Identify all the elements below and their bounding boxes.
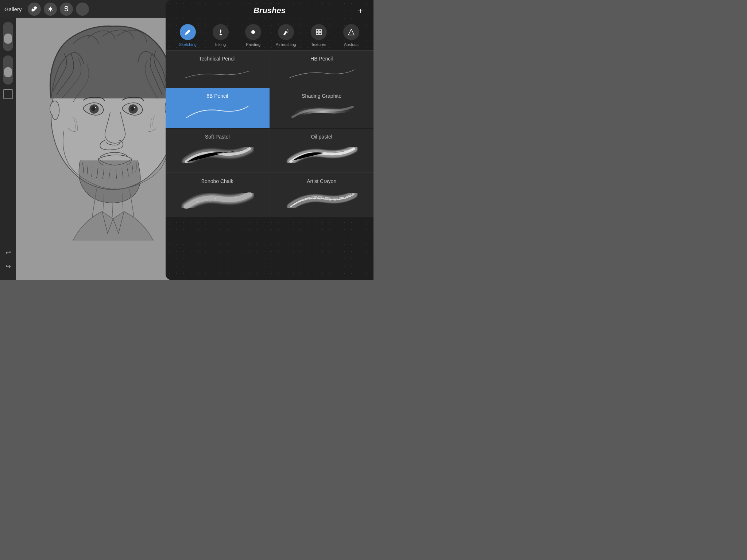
panel-title: Brushes — [253, 6, 286, 15]
svg-point-27 — [235, 197, 236, 198]
svg-point-24 — [206, 199, 207, 200]
sketching-tab-label: Sketching — [179, 42, 197, 47]
brush-oil-pastel-stroke — [276, 143, 368, 169]
svg-rect-19 — [316, 30, 318, 32]
tab-textures[interactable]: Textures — [302, 21, 335, 50]
tab-sketching[interactable]: Sketching — [171, 21, 204, 50]
svg-point-28 — [201, 203, 201, 204]
brush-soft-pastel-label: Soft Pastel — [171, 134, 263, 140]
svg-rect-21 — [316, 32, 318, 35]
svg-point-23 — [197, 201, 198, 202]
svg-point-26 — [224, 198, 225, 198]
svg-point-25 — [215, 198, 216, 199]
svg-point-31 — [229, 198, 231, 199]
brush-grid: Technical Pencil HB Pencil 6B Pencil — [166, 51, 374, 217]
svg-point-12 — [134, 107, 135, 108]
inking-tab-label: Inking — [215, 42, 226, 47]
size-slider[interactable] — [3, 55, 13, 85]
category-tabs: Sketching Inking Painting — [166, 18, 374, 51]
brush-technical-pencil-label: Technical Pencil — [171, 56, 263, 62]
brush-artist-crayon[interactable]: Artist Crayon — [270, 173, 374, 217]
magic-button[interactable] — [44, 3, 57, 16]
s-button[interactable] — [60, 3, 73, 16]
brush-bonobo-chalk-stroke — [171, 188, 263, 213]
svg-rect-20 — [319, 30, 321, 32]
tab-airbrushing[interactable]: Airbrushing — [270, 21, 302, 50]
brush-artist-crayon-label: Artist Crayon — [276, 178, 368, 184]
brush-hb-pencil[interactable]: HB Pencil — [270, 51, 374, 88]
brush-technical-pencil[interactable]: Technical Pencil — [166, 51, 270, 88]
panel-header: Brushes + — [166, 0, 374, 18]
svg-point-17 — [220, 34, 222, 35]
tab-abstract[interactable]: Abstract — [335, 21, 368, 50]
brush-hb-pencil-label: HB Pencil — [276, 56, 368, 62]
brush-oil-pastel-label: Oil pastel — [276, 134, 368, 140]
brush-soft-pastel-stroke — [171, 143, 263, 169]
svg-point-16 — [187, 31, 189, 33]
textures-tab-icon — [311, 24, 327, 40]
brushes-panel: Brushes + Sketching Inking — [166, 0, 374, 280]
brush-oil-pastel[interactable]: Oil pastel — [270, 129, 374, 173]
opacity-slider[interactable] — [3, 22, 13, 51]
arrow-button[interactable] — [76, 3, 89, 16]
add-brush-button[interactable]: + — [355, 5, 366, 17]
brush-hb-pencil-stroke — [276, 65, 368, 83]
tab-painting[interactable]: Painting — [237, 21, 270, 50]
painting-tab-icon — [245, 24, 261, 40]
brush-6b-pencil-label: 6B Pencil — [171, 93, 263, 99]
inking-tab-icon — [213, 24, 229, 40]
brush-6b-pencil-stroke — [171, 102, 263, 124]
brush-technical-pencil-stroke — [171, 65, 263, 83]
svg-rect-22 — [319, 32, 321, 35]
brush-shading-graphite[interactable]: Shading Graphite — [270, 88, 374, 128]
airbrushing-tab-icon — [278, 24, 294, 40]
sketching-tab-icon — [180, 24, 196, 40]
gallery-button[interactable]: Gallery — [4, 6, 22, 12]
brush-bonobo-chalk[interactable]: Bonobo Chalk — [166, 173, 270, 217]
shape-selector[interactable] — [3, 89, 13, 99]
brush-shading-graphite-label: Shading Graphite — [276, 93, 368, 99]
svg-point-9 — [95, 107, 96, 108]
painting-tab-label: Painting — [246, 42, 260, 47]
brush-bonobo-chalk-label: Bonobo Chalk — [171, 178, 263, 184]
brush-soft-pastel[interactable]: Soft Pastel — [166, 129, 270, 173]
left-sidebar: ↩ ↪ — [0, 18, 16, 280]
tab-inking[interactable]: Inking — [204, 21, 237, 50]
svg-point-29 — [209, 201, 210, 202]
textures-tab-label: Textures — [311, 42, 326, 47]
brush-6b-pencil[interactable]: 6B Pencil — [166, 88, 270, 128]
wrench-button[interactable] — [28, 3, 41, 16]
svg-point-32 — [241, 197, 241, 197]
abstract-tab-icon — [343, 24, 359, 40]
svg-point-30 — [221, 200, 221, 201]
redo-button[interactable]: ↪ — [5, 262, 11, 271]
undo-button[interactable]: ↩ — [5, 249, 11, 257]
brush-shading-graphite-stroke — [276, 102, 368, 124]
svg-point-18 — [251, 30, 255, 34]
brush-artist-crayon-stroke — [276, 188, 368, 213]
abstract-tab-label: Abstract — [344, 42, 359, 47]
airbrushing-tab-label: Airbrushing — [276, 42, 296, 47]
